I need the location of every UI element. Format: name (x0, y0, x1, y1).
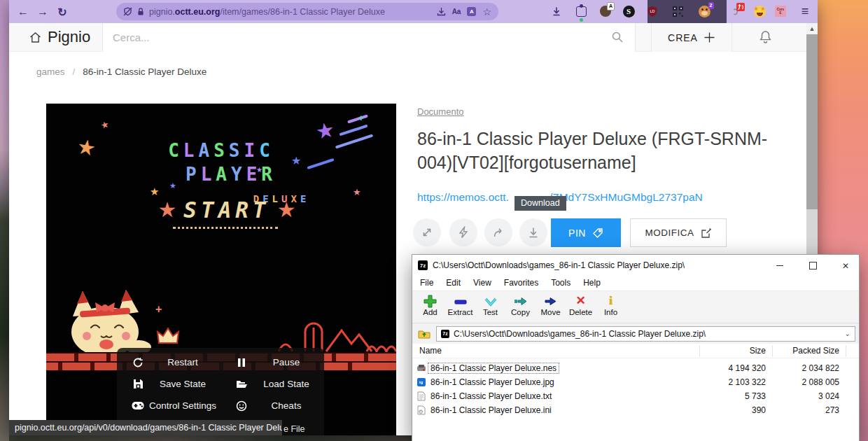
cors-extension-icon[interactable]: CorsE (774, 4, 788, 18)
japanese-off-extension-icon[interactable] (730, 4, 744, 18)
back-button[interactable]: ← (15, 4, 31, 20)
edit-button[interactable]: MODIFICA (630, 218, 727, 247)
page-actions: Aa A ☆ (437, 6, 491, 18)
table-row[interactable]: 86-in-1 Classic Player Deluxe.nes 4 194 … (412, 361, 859, 375)
bookmark-star-icon[interactable]: ☆ (482, 6, 491, 18)
pin-button-label: PIN (568, 227, 586, 239)
sevenzip-address-row: 7z C:\Users\Octt\Downloads\games_86-in-1… (412, 323, 859, 344)
menu-item-label: Cheats (248, 400, 324, 411)
monkey-extension-icon[interactable]: 2 (697, 4, 711, 18)
category-link[interactable]: Documento (417, 106, 463, 117)
reload-button[interactable]: ↻ (54, 4, 71, 20)
paw-extension-icon[interactable]: A (598, 4, 612, 18)
sevenzip-titlebar[interactable]: 7z C:\Users\Octt\Downloads\games_86-in-1… (412, 255, 859, 276)
scrollbar-thumb[interactable] (806, 34, 818, 209)
copy-icon (505, 291, 536, 308)
plus-icon (704, 31, 715, 43)
menu-item-pause[interactable]: Pause (220, 351, 324, 373)
search-icon[interactable] (611, 31, 624, 43)
menu-favorites[interactable]: Favorites (498, 276, 545, 290)
column-name[interactable]: Name (419, 346, 442, 356)
column-packed-size[interactable]: Packed Size (776, 346, 839, 356)
scrollbar-up-arrow[interactable]: ▲ (806, 23, 818, 34)
notifications-bell-icon[interactable] (758, 29, 773, 45)
chevron-down-icon[interactable]: ⌄ (845, 330, 850, 337)
menu-tools[interactable]: Tools (545, 276, 577, 290)
star-icon: ★ (353, 188, 361, 197)
share-button[interactable] (484, 218, 512, 246)
delete-icon: ✕ (566, 291, 596, 308)
forward-button[interactable]: → (34, 4, 51, 20)
shield-off-icon[interactable] (123, 7, 132, 16)
create-button[interactable]: CREA (651, 23, 732, 52)
menu-edit[interactable]: Edit (440, 276, 467, 290)
extensions-puzzle-icon[interactable] (574, 4, 588, 18)
save-page-icon[interactable] (437, 7, 446, 16)
add-button[interactable]: Add (415, 291, 445, 323)
s-extension-icon[interactable]: S (622, 4, 636, 18)
menu-item-partial-label[interactable]: e File (284, 424, 305, 434)
immersive-translate-icon[interactable]: A (467, 7, 476, 16)
expand-button[interactable] (413, 218, 441, 246)
search-input[interactable] (103, 23, 604, 52)
download-icon (527, 226, 540, 239)
maximize-button[interactable] (802, 260, 823, 272)
folder-up-button[interactable] (416, 326, 433, 342)
edit-button-label: MODIFICA (645, 227, 694, 238)
menu-item-load-state[interactable]: Load State (220, 373, 324, 395)
column-resize-handle[interactable] (846, 345, 846, 357)
restart-icon (131, 357, 145, 368)
page-title: 86-in-1 Classic Player Deluxe (FRGT-SRNM… (417, 127, 795, 174)
site-brand[interactable]: Pignio (29, 28, 90, 46)
address-combobox[interactable]: 7z C:\Users\Octt\Downloads\games_86-in-1… (436, 326, 855, 342)
star-icon: ★ (291, 155, 301, 167)
copy-button[interactable]: Copy (505, 291, 536, 323)
column-size[interactable]: Size (706, 346, 766, 356)
desktop: ← → ↻ pignio.octt.eu.org/item/games/86-i (0, 0, 868, 441)
expand-icon (421, 226, 433, 239)
lock-icon[interactable] (136, 7, 145, 16)
move-button[interactable]: Move (536, 291, 566, 323)
menu-item-control-settings[interactable]: Control Settings (117, 395, 220, 416)
breadcrumb-separator: / (73, 66, 76, 77)
column-resize-handle[interactable] (772, 345, 773, 357)
column-resize-handle[interactable] (699, 345, 700, 357)
shield-extension-icon[interactable]: LD (645, 4, 659, 18)
table-row[interactable]: 86-in-1 Classic Player Deluxe.txt 5 733 … (412, 389, 859, 403)
wallpaper-left (0, 0, 9, 441)
translate-icon[interactable]: Aa (452, 8, 461, 15)
menu-file[interactable]: File (414, 276, 440, 290)
menu-view[interactable]: View (467, 276, 498, 290)
pin-button[interactable]: PIN (551, 218, 621, 247)
delete-button[interactable]: ✕ Delete (566, 291, 596, 323)
game-title-line2: PLAYER (56, 164, 396, 185)
breadcrumb-games-link[interactable]: games (36, 66, 65, 77)
test-button[interactable]: Test (475, 291, 505, 323)
downloads-icon[interactable] (550, 4, 564, 18)
extract-button[interactable]: Extract (445, 291, 475, 323)
star-icon: ★ (277, 200, 296, 220)
table-row[interactable]: ⚙ 86-in-1 Classic Player Deluxe.ini 390 … (412, 403, 859, 417)
minimize-button[interactable] (769, 260, 790, 272)
info-button[interactable]: i Info (596, 291, 626, 323)
address-bar[interactable]: pignio.octt.eu.org/item/games/86-in-1 Cl… (116, 3, 498, 20)
qr-code-icon[interactable] (671, 4, 685, 18)
menu-item-cheats[interactable]: Cheats (220, 395, 324, 416)
share-icon (492, 226, 505, 239)
menu-help[interactable]: Help (577, 276, 607, 290)
game-start-row: ★ START ★ (52, 197, 396, 223)
menu-hamburger-icon[interactable]: ≡ (798, 4, 812, 18)
menu-item-save-state[interactable]: Save State (117, 373, 220, 395)
menu-item-restart[interactable]: Restart (117, 351, 220, 373)
download-button[interactable] (519, 218, 547, 246)
game-screenshot[interactable]: CLASSIC PLAYER DELUXE ★ START ★ ★ ★ ★ ★ … (46, 104, 396, 435)
home-icon (29, 31, 42, 44)
browser-toolbar: ← → ↻ pignio.octt.eu.org/item/games/86-i (9, 0, 818, 23)
close-button[interactable]: ✕ (835, 260, 856, 272)
table-row[interactable]: ig 86-in-1 Classic Player Deluxe.jpg 2 1… (412, 375, 859, 389)
sevenzip-app-icon: 7z (418, 260, 428, 270)
sparkle-icon: + (358, 113, 364, 122)
star-struck-emoji-icon[interactable]: ★ ★ (752, 4, 766, 18)
boost-button[interactable] (449, 218, 477, 246)
game-start-label: START (183, 197, 270, 223)
